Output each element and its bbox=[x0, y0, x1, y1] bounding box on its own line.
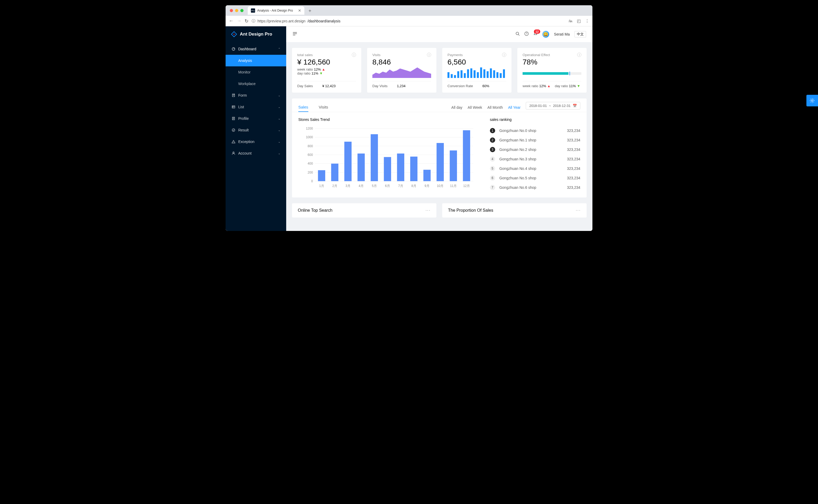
maximize-window-icon[interactable] bbox=[240, 9, 244, 12]
ranking-row: 5Gongzhuan No.4 shop323,234 bbox=[490, 164, 580, 173]
info-icon[interactable]: i bbox=[352, 53, 356, 57]
range-option[interactable]: All Month bbox=[487, 105, 503, 110]
svg-rect-15 bbox=[461, 70, 462, 78]
info-icon[interactable]: i bbox=[427, 53, 431, 57]
sidebar-subitem-analysis[interactable]: Analysis bbox=[226, 55, 286, 66]
chart-bar[interactable] bbox=[410, 157, 418, 181]
svg-rect-13 bbox=[454, 75, 456, 78]
sidebar-item-dashboard[interactable]: Dashboard⌃ bbox=[226, 43, 286, 55]
avatar[interactable]: 😀 bbox=[542, 31, 549, 38]
chart-bar[interactable] bbox=[384, 157, 391, 181]
date-range-picker[interactable]: 2018-01-01 ~ 2018-12-31 📅 bbox=[526, 102, 580, 110]
sidebar-item-label: Profile bbox=[238, 116, 249, 121]
rank-name: Gongzhuan No.3 shop bbox=[499, 157, 536, 161]
help-icon[interactable]: ? bbox=[524, 32, 529, 37]
area-sparkline bbox=[372, 67, 431, 78]
svg-rect-16 bbox=[464, 73, 466, 78]
sidebar-item-account[interactable]: Account⌄ bbox=[226, 147, 286, 159]
tab-sales[interactable]: Sales bbox=[298, 103, 308, 112]
back-button[interactable]: ← bbox=[229, 18, 234, 24]
settings-fab[interactable] bbox=[806, 95, 818, 106]
range-option[interactable]: All day bbox=[451, 105, 462, 110]
chart-bar[interactable] bbox=[358, 154, 365, 181]
more-icon[interactable]: ··· bbox=[426, 208, 431, 213]
range-option[interactable]: All Week bbox=[468, 105, 482, 110]
new-tab-button[interactable]: ＋ bbox=[308, 7, 312, 14]
brand[interactable]: Ant Design Pro bbox=[226, 26, 286, 42]
url-path: /dashboard/analysis bbox=[308, 19, 341, 23]
rank-badge: 5 bbox=[490, 166, 495, 171]
info-icon[interactable]: i bbox=[502, 53, 506, 57]
online-top-search-panel: Online Top Search ··· bbox=[292, 203, 436, 218]
window-controls bbox=[228, 9, 246, 12]
chart-bar[interactable] bbox=[437, 143, 444, 181]
dashboard-icon bbox=[232, 47, 236, 51]
chart-bar[interactable] bbox=[331, 164, 339, 181]
chevron-down-icon: ⌄ bbox=[278, 129, 281, 132]
ranking-row: 7Gongzhuan No.6 shop323,234 bbox=[490, 183, 580, 192]
svg-point-6 bbox=[233, 152, 234, 153]
svg-rect-20 bbox=[477, 72, 479, 78]
svg-point-55 bbox=[811, 100, 813, 101]
bar-sparkline bbox=[447, 67, 506, 78]
caret-up-icon: ▲ bbox=[322, 67, 325, 71]
sidebar-item-label: Exception bbox=[238, 140, 254, 144]
close-tab-icon[interactable]: ✕ bbox=[298, 8, 301, 13]
sidebar-item-profile[interactable]: Profile⌄ bbox=[226, 113, 286, 124]
svg-text:1月: 1月 bbox=[319, 184, 324, 188]
sidebar: Ant Design Pro Dashboard⌃AnalysisMonitor… bbox=[226, 26, 286, 231]
chart-bar[interactable] bbox=[318, 170, 326, 181]
rank-badge: 3 bbox=[490, 147, 495, 152]
ranking-row: 3Gongzhuan No.2 shop323,234 bbox=[490, 145, 580, 154]
close-window-icon[interactable] bbox=[230, 9, 233, 12]
reload-button[interactable]: ↻ bbox=[245, 18, 249, 24]
rank-value: 323,234 bbox=[567, 129, 580, 133]
kpi-title: Payments bbox=[447, 53, 463, 57]
svg-text:400: 400 bbox=[308, 162, 313, 165]
chart-bar[interactable] bbox=[344, 142, 352, 181]
chart-bar[interactable] bbox=[423, 170, 431, 181]
svg-rect-22 bbox=[483, 69, 485, 78]
browser-tab-bar: Pro Analysis - Ant Design Pro ✕ ＋ bbox=[226, 5, 592, 16]
profile-icon[interactable]: ◰ bbox=[577, 18, 581, 23]
minimize-window-icon[interactable] bbox=[235, 9, 238, 12]
svg-rect-24 bbox=[490, 68, 492, 78]
logo-icon bbox=[231, 31, 237, 37]
kpi-value: 6,560 bbox=[447, 58, 506, 66]
browser-tab[interactable]: Pro Analysis - Ant Design Pro ✕ bbox=[248, 6, 304, 15]
svg-text:9月: 9月 bbox=[425, 184, 430, 188]
sidebar-item-form[interactable]: Form⌄ bbox=[226, 90, 286, 101]
chart-bar[interactable] bbox=[450, 150, 457, 181]
more-icon[interactable]: ··· bbox=[576, 208, 581, 213]
forward-button[interactable]: → bbox=[237, 18, 242, 24]
chart-bar[interactable] bbox=[397, 154, 405, 181]
sidebar-item-list[interactable]: List⌄ bbox=[226, 101, 286, 113]
browser-menu-icon[interactable]: ⋮ bbox=[585, 18, 589, 23]
translate-icon[interactable]: 🗛 bbox=[568, 19, 573, 23]
sidebar-toggle-icon[interactable] bbox=[293, 31, 297, 37]
notification-icon[interactable]: 12 bbox=[533, 32, 537, 37]
chart-bar[interactable] bbox=[371, 134, 378, 181]
info-icon[interactable]: i bbox=[577, 53, 581, 57]
form-icon bbox=[232, 93, 236, 97]
chart-bar[interactable] bbox=[463, 130, 470, 181]
kpi-value: 78% bbox=[522, 58, 581, 66]
rank-badge: 6 bbox=[490, 175, 495, 181]
sidebar-subitem-monitor[interactable]: Monitor bbox=[226, 66, 286, 78]
kpi-card: Operational Effecti78%week ratio 12% ▲da… bbox=[517, 48, 586, 93]
kpi-value: ¥ 126,560 bbox=[297, 58, 356, 66]
progress-bar bbox=[522, 72, 581, 75]
range-option[interactable]: All Year bbox=[508, 105, 520, 110]
sidebar-item-result[interactable]: Result⌄ bbox=[226, 124, 286, 136]
tab-visits[interactable]: Visits bbox=[319, 103, 328, 112]
sidebar-subitem-workplace[interactable]: Workplace bbox=[226, 78, 286, 90]
site-info-icon[interactable]: ⓘ bbox=[252, 19, 255, 23]
kpi-footer: Conversion Rate 60% bbox=[447, 81, 506, 88]
search-icon[interactable] bbox=[515, 32, 520, 37]
sidebar-item-exception[interactable]: Exception⌄ bbox=[226, 136, 286, 147]
address-bar[interactable]: ⓘ https://preview.pro.ant.design/dashboa… bbox=[252, 19, 565, 23]
language-switch[interactable]: 中文 bbox=[574, 31, 586, 37]
user-name[interactable]: Serati Ma bbox=[554, 32, 570, 36]
svg-rect-19 bbox=[474, 70, 475, 78]
rank-value: 323,234 bbox=[567, 185, 580, 190]
